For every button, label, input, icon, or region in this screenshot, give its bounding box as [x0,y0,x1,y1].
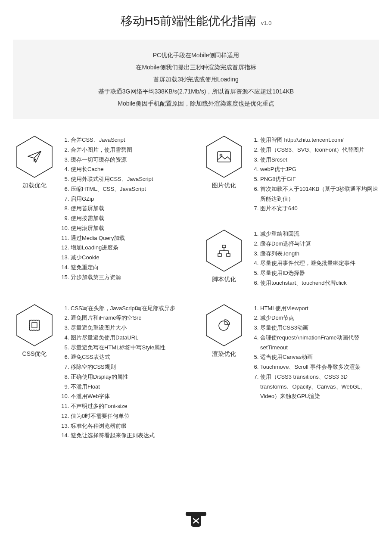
list-script: 减少重绘和回流 缓存Dom选择与计算 缓存列表.length 尽量使用事件代理，… [246,229,379,288]
list-item: 合并小图片，使用雪碧图 [71,145,202,155]
list-item: 避免CSS表达式 [71,352,202,362]
section-title: 图片优化 [202,182,246,190]
list-item: 避免图片和iFrame等的空Src [71,313,202,323]
svg-rect-6 [218,254,221,256]
list-item: 缓存Dom选择与计算 [260,239,379,249]
list-image: 使用智图 http://zhitu.tencent.com/ 使用（CSS3、S… [246,135,379,214]
list-item: 使用外联式引用CSS、JavaScript [71,174,202,184]
list-item: 压缩HTML、CSS、JavaScript [71,184,202,194]
list-item: 尽量使用事件代理，避免批量绑定事件 [260,258,379,268]
list-item: 减少Cookie [71,253,202,263]
paper-plane-icon [16,135,53,178]
image-icon [205,135,243,178]
list-item: 使用（CSS3、SVG、IconFont）代替图片 [260,145,379,155]
hat-icon [185,509,207,528]
list-item: 首次加载不大于1014KB（基于3秒联通平均网速所能达到值） [260,184,379,204]
list-item: 使用滚屏加载 [71,224,202,233]
list-item: 图片尽量避免使用DataURL [71,333,202,343]
list-item: HTML使用Viewport [260,304,379,314]
list-load: 合并CSS、JavaScript 合并小图片，使用雪碧图 缓存一切可缓存的资源 … [56,135,202,282]
list-item: 不声明过多的Font-size [71,401,202,411]
intro-line: 基于联通3G网络平均338KB/s(2.71Mb/s)，所以首屏资源不应超过10… [22,85,370,97]
page-title: 移动H5前端性能优化指南 [121,14,257,28]
section-script: 脚本优化 减少重绘和回流 缓存Dom选择与计算 缓存列表.length 尽量使用… [202,229,379,288]
section-title: CSS优化 [13,350,56,358]
svg-rect-7 [227,254,230,256]
list-item: 适当使用Canvas动画 [260,352,379,362]
list-item: 缓存列表.length [260,249,379,259]
intro-line: PC优化手段在Mobile侧同样适用 [22,49,370,61]
section-load: 加载优化 合并CSS、JavaScript 合并小图片，使用雪碧图 缓存一切可缓… [13,135,202,282]
list-item: 值为0时不需要任何单位 [71,411,202,421]
list-item: 不滥用Web字体 [71,392,202,401]
list-item: 尽量避免重设图片大小 [71,323,202,333]
badge-load: 加载优化 [13,135,56,190]
list-item: 移除空的CSS规则 [71,362,202,372]
badge-render: 渲染优化 [202,304,246,358]
intro-line: Mobile侧因手机配置原因，除加载外渲染速度也是优化重点 [22,97,370,109]
footer-logo [0,509,392,530]
list-item: 增加Loading进度条 [71,243,202,253]
list-item: 异步加载第三方资源 [71,273,202,283]
list-item: CSS写在头部，JavaScript写在尾部或异步 [71,304,202,314]
section-title: 加载优化 [13,182,56,190]
list-item: 通过Media Query加载 [71,233,202,243]
list-item: 使用（CSS3 transitions、CSS3 3D transforms、O… [260,372,379,401]
list-item: 合理使requestAnimationFrame动画代替setTimeout [260,333,379,353]
list-item: 减少重绘和回流 [260,229,379,239]
svg-rect-5 [222,245,226,248]
badge-script: 脚本优化 [202,229,246,283]
list-item: 不滥用Float [71,382,202,392]
section-title: 渲染优化 [202,350,246,358]
list-item: 图片不宽于640 [260,204,379,214]
list-item: 使用长Cache [71,165,202,174]
section-css: CSS优化 CSS写在头部，JavaScript写在尾部或异步 避免图片和iFr… [13,304,202,441]
sitemap-icon [205,229,243,272]
intro-line: 在Mobile侧我们提出三秒种渲染完成首屏指标 [22,61,370,73]
stamp-icon [16,304,53,347]
intro-line: 首屏加载3秒完成或使用Loading [22,73,370,85]
content-grid: 加载优化 合并CSS、JavaScript 合并小图片，使用雪碧图 缓存一切可缓… [13,135,379,456]
pie-chart-icon [205,304,243,347]
list-item: 避免让选择符看起来像正则表达式 [71,431,202,441]
svg-point-11 [219,321,228,330]
section-render: 渲染优化 HTML使用Viewport 减少Dom节点 尽量使用CSS3动画 合… [202,304,379,402]
list-item: 使用智图 http://zhitu.tencent.com/ [260,135,379,145]
svg-rect-9 [32,323,37,328]
list-item: 避免重定向 [71,263,202,273]
section-image: 图片优化 使用智图 http://zhitu.tencent.com/ 使用（C… [202,135,379,214]
list-item: 尽量避免写在HTML标签中写Style属性 [71,343,202,353]
list-item: 尽量使用ID选择器 [260,268,379,278]
badge-css: CSS优化 [13,304,56,358]
list-item: 减少Dom节点 [260,313,379,323]
badge-image: 图片优化 [202,135,246,190]
list-item: webP优于JPG [260,165,379,174]
list-item: 使用Srcset [260,155,379,165]
list-item: 尽量使用CSS3动画 [260,323,379,333]
version-label: v1.0 [261,20,272,26]
list-item: 正确使用Display的属性 [71,372,202,382]
list-item: 启用GZip [71,194,202,204]
list-item: Touchmove、Scroll 事件会导致多次渲染 [260,362,379,372]
list-item: 标准化各种浏览器前缀 [71,421,202,431]
list-item: 使用touchstart、touchend代替click [260,278,379,288]
list-item: 使用首屏加载 [71,204,202,214]
list-item: PNG8优于GIF [260,174,379,184]
svg-point-3 [220,154,222,156]
intro-box: PC优化手段在Mobile侧同样适用 在Mobile侧我们提出三秒种渲染完成首屏… [13,40,379,119]
list-item: 合并CSS、JavaScript [71,135,202,145]
section-title: 脚本优化 [202,276,246,283]
list-item: 使用按需加载 [71,214,202,224]
list-render: HTML使用Viewport 减少Dom节点 尽量使用CSS3动画 合理使req… [246,304,379,402]
list-css: CSS写在头部，JavaScript写在尾部或异步 避免图片和iFrame等的空… [56,304,202,441]
svg-rect-2 [218,152,230,162]
page-header: 移动H5前端性能优化指南 v1.0 [13,13,379,29]
list-item: 缓存一切可缓存的资源 [71,155,202,165]
